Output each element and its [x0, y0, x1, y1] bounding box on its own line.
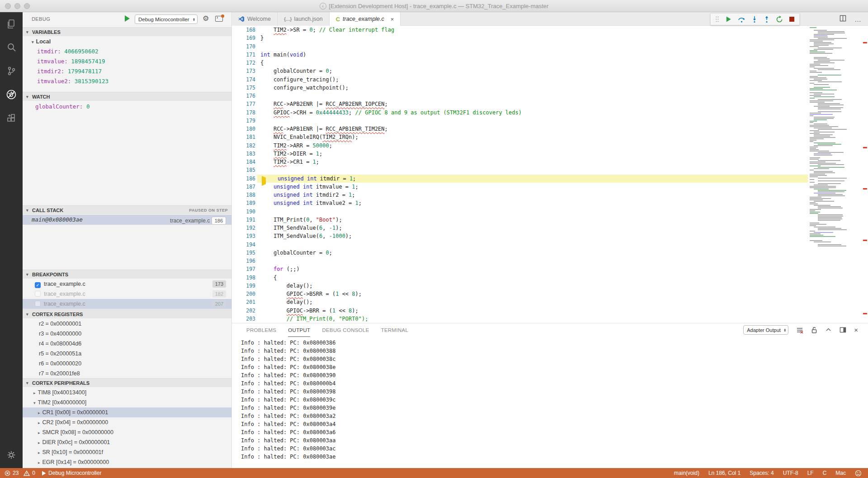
- configure-gear-icon[interactable]: ⚙: [203, 14, 209, 23]
- breakpoint-row[interactable]: trace_example.c 182: [23, 289, 231, 299]
- problems-status[interactable]: 23 0: [5, 470, 35, 476]
- watch-row[interactable]: globalCounter: 0: [23, 102, 231, 112]
- code-line[interactable]: 171int main(void): [232, 51, 808, 59]
- output-log[interactable]: Info : halted: PC: 0x08000386Info : halt…: [241, 339, 847, 461]
- code-line[interactable]: 193 ITM_SendValue(6, -1000);: [232, 232, 808, 240]
- code-line[interactable]: 203 // ITM_Print(0, "PORT0");: [232, 315, 808, 323]
- panel-tab-terminal[interactable]: TERMINAL: [381, 323, 409, 337]
- expand-icon[interactable]: ▸: [33, 391, 36, 395]
- peripheral-row[interactable]: ▸SMCR [0x08] = 0x00000000: [23, 427, 231, 437]
- status-item[interactable]: Spaces: 4: [750, 470, 774, 476]
- code-line[interactable]: 174 configure_tracing();: [232, 76, 808, 84]
- peripheral-row[interactable]: ▾TIM2 [0x40000000]: [23, 398, 231, 407]
- peripheral-row[interactable]: ▸TIM8 [0x40013400]: [23, 388, 231, 398]
- peripheral-row[interactable]: ▸SR [0x10] = 0x0000001f: [23, 447, 231, 457]
- output-channel-dropdown[interactable]: Adapter Output ▲▼: [743, 325, 788, 335]
- debug-icon[interactable]: [0, 83, 23, 106]
- code-line[interactable]: 190: [232, 208, 808, 216]
- code-area[interactable]: 168 TIM2->SR = 0; // Clear interrupt fla…: [232, 26, 808, 323]
- code-line[interactable]: 168 TIM2->SR = 0; // Clear interrupt fla…: [232, 26, 808, 34]
- code-line[interactable]: 170: [232, 43, 808, 51]
- expand-icon[interactable]: ▸: [38, 431, 40, 435]
- code-line[interactable]: 185: [232, 166, 808, 174]
- section-call-stack[interactable]: ▾ CALL STACK PAUSED ON STEP: [23, 205, 231, 214]
- code-line[interactable]: 186 unsigned int itmdir = 1;: [232, 175, 808, 183]
- status-item[interactable]: C: [823, 470, 827, 476]
- peripheral-row[interactable]: ▸CR1 [0x00] = 0x00000001: [23, 407, 231, 417]
- expand-icon[interactable]: ▸: [38, 450, 40, 455]
- peripheral-row[interactable]: ▸EGR [0x14] = 0x00000000: [23, 457, 231, 467]
- start-debug-button[interactable]: [125, 15, 130, 22]
- code-line[interactable]: 188 unsigned int itmdir2 = 1;: [232, 191, 808, 199]
- restart-icon[interactable]: [776, 16, 783, 23]
- step-out-icon[interactable]: [764, 16, 770, 23]
- register-row[interactable]: r4 = 0x080004d6: [23, 339, 231, 349]
- panel-tab-problems[interactable]: PROBLEMS: [246, 323, 276, 337]
- expand-icon[interactable]: ▸: [38, 411, 40, 415]
- code-line[interactable]: 201 delay();: [232, 298, 808, 306]
- scroll-lock-icon[interactable]: [811, 327, 817, 334]
- panel-tab-output[interactable]: OUTPUT: [288, 323, 310, 337]
- expand-icon[interactable]: ▸: [38, 421, 40, 425]
- debug-status[interactable]: Debug Microcontroller: [42, 470, 101, 476]
- code-line[interactable]: 169}: [232, 34, 808, 42]
- section-cortex-peripherals[interactable]: ▾ CORTEX PERIPHERALS: [23, 378, 231, 387]
- register-row[interactable]: r6 = 0x00000020: [23, 359, 231, 369]
- expand-icon[interactable]: ▾: [33, 401, 36, 405]
- section-cortex-registers[interactable]: ▾ CORTEX REGISTERS: [23, 309, 231, 318]
- maximize-panel-icon[interactable]: [825, 327, 832, 333]
- variable-row[interactable]: itmdir2: 1799478117: [23, 66, 231, 76]
- variable-row[interactable]: itmdir: 4066950602: [23, 47, 231, 57]
- search-icon[interactable]: [0, 36, 23, 59]
- source-control-icon[interactable]: [0, 59, 23, 83]
- code-line[interactable]: 197 for (;;): [232, 265, 808, 273]
- section-breakpoints[interactable]: ▾ BREAKPOINTS: [23, 270, 231, 279]
- code-line[interactable]: 194: [232, 241, 808, 249]
- toolbar-drag-grip[interactable]: [715, 16, 719, 23]
- code-line[interactable]: 177 RCC->APB2ENR |= RCC_APB2ENR_IOPCEN;: [232, 100, 808, 108]
- call-stack-frame[interactable]: main@0x080003ae trace_example.c 186: [23, 215, 231, 225]
- code-line[interactable]: 176: [232, 92, 808, 100]
- code-line[interactable]: 184 TIM2->CR1 = 1;: [232, 158, 808, 166]
- tab-launch-json[interactable]: {…}launch.json: [278, 12, 330, 26]
- step-over-icon[interactable]: [738, 16, 745, 23]
- stop-icon[interactable]: [789, 16, 795, 22]
- code-line[interactable]: 175 configure_watchpoint();: [232, 84, 808, 92]
- code-line[interactable]: 173 globalCounter = 0;: [232, 67, 808, 75]
- register-row[interactable]: r7 = 0x20001fe8: [23, 369, 231, 379]
- register-row[interactable]: r3 = 0x40000000: [23, 329, 231, 339]
- section-watch[interactable]: ▾ WATCH: [23, 92, 231, 101]
- code-line[interactable]: 172{: [232, 59, 808, 67]
- code-line[interactable]: 196: [232, 257, 808, 265]
- code-line[interactable]: 181 NVIC_EnableIRQ(TIM2_IRQn);: [232, 133, 808, 141]
- settings-gear-icon[interactable]: [0, 450, 23, 460]
- split-editor-icon[interactable]: [840, 15, 846, 24]
- minimap[interactable]: [808, 27, 855, 257]
- breakpoint-checkbox[interactable]: [35, 291, 41, 297]
- status-item[interactable]: LF: [807, 470, 814, 476]
- code-line[interactable]: 179: [232, 117, 808, 125]
- debug-config-dropdown[interactable]: Debug Microcontroller ▲▼: [135, 14, 198, 24]
- debug-console-toggle-icon[interactable]: [215, 16, 223, 22]
- code-line[interactable]: 191 ITM_Print(0, "Boot");: [232, 216, 808, 224]
- explorer-icon[interactable]: [0, 12, 23, 36]
- code-line[interactable]: 195 globalCounter = 0;: [232, 249, 808, 257]
- continue-icon[interactable]: [725, 16, 732, 23]
- variables-scope-local[interactable]: ▾Local: [23, 37, 231, 47]
- more-actions-icon[interactable]: …: [854, 15, 862, 23]
- expand-icon[interactable]: ▸: [38, 440, 40, 445]
- status-item[interactable]: Ln 186, Col 1: [708, 470, 741, 476]
- register-row[interactable]: r2 = 0x00000001: [23, 319, 231, 329]
- clear-output-icon[interactable]: [796, 327, 803, 334]
- tab-welcome[interactable]: Welcome: [232, 12, 278, 26]
- code-line[interactable]: 182 TIM2->ARR = 50000;: [232, 142, 808, 150]
- breakpoint-row[interactable]: ✓trace_example.c 173: [23, 279, 231, 289]
- code-line[interactable]: 200 GPIOC->BSRR = (1 << 8);: [232, 290, 808, 298]
- status-item[interactable]: UTF-8: [783, 470, 798, 476]
- code-line[interactable]: 187 unsigned int itmvalue = 1;: [232, 183, 808, 191]
- variable-row[interactable]: itmvalue2: 3815390123: [23, 76, 231, 86]
- status-item[interactable]: Mac: [835, 470, 846, 476]
- section-variables[interactable]: ▾ VARIABLES: [23, 27, 231, 36]
- code-line[interactable]: 189 unsigned int itmvalue2 = 1;: [232, 199, 808, 207]
- code-line[interactable]: 183 TIM2->DIER = 1;: [232, 150, 808, 158]
